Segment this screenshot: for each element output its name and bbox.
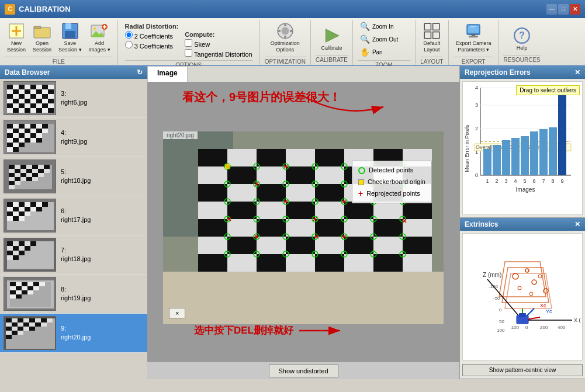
close-button-overlay[interactable]: × <box>169 308 185 318</box>
svg-rect-110 <box>30 138 36 143</box>
svg-rect-221 <box>41 322 47 327</box>
checkbox-tangential[interactable]: Tangential Distortion <box>185 49 252 58</box>
extrinsics-chart: Z (mm) X (m Xc Y <box>462 233 583 360</box>
optimization-icon <box>276 22 295 40</box>
svg-rect-52 <box>7 94 13 99</box>
open-session-button[interactable]: OpenSession <box>30 20 54 54</box>
svg-rect-290 <box>403 254 432 272</box>
new-session-button[interactable]: NewSession <box>5 20 28 54</box>
svg-rect-119 <box>9 165 15 169</box>
svg-rect-129 <box>26 169 32 173</box>
zoom-out-button[interactable]: 🔍 Zoom Out <box>358 33 410 45</box>
show-pattern-button[interactable]: Show pattern-centric view <box>462 364 583 376</box>
pan-button[interactable]: ✋ Pan <box>358 46 410 58</box>
svg-rect-188 <box>10 282 16 286</box>
reprojection-title: Reprojection Errors <box>465 68 531 77</box>
sidebar-item-3[interactable]: 3:right6.jpg <box>0 79 147 118</box>
svg-rect-101 <box>13 133 19 138</box>
svg-rect-17 <box>284 36 286 39</box>
svg-rect-150 <box>13 202 19 207</box>
export-params-button[interactable]: Export CameraParameters ▾ <box>454 20 494 54</box>
svg-rect-247 <box>315 166 344 184</box>
sidebar-scroll[interactable]: 3:right6.jpg <box>0 79 147 379</box>
arrow-1 <box>296 89 389 124</box>
reprojection-close-icon[interactable]: ✕ <box>574 68 580 77</box>
export-icon <box>464 22 483 40</box>
svg-rect-156 <box>7 207 13 211</box>
svg-rect-212 <box>35 318 41 322</box>
sidebar: Data Browser ↻ <box>0 66 147 379</box>
svg-rect-91 <box>36 124 42 129</box>
zoom-in-button[interactable]: 🔍 Zoom In <box>358 20 410 32</box>
svg-rect-3 <box>34 27 50 38</box>
svg-rect-163 <box>13 211 19 216</box>
default-layout-button[interactable]: DefaultLayout <box>420 20 444 54</box>
svg-rect-275 <box>198 237 227 254</box>
svg-rect-289 <box>373 254 403 272</box>
svg-rect-143 <box>32 177 38 181</box>
sidebar-item-5[interactable]: 5:right10.jpg <box>0 157 147 196</box>
svg-rect-262 <box>286 202 315 219</box>
maximize-button[interactable]: □ <box>558 4 569 15</box>
svg-rect-135 <box>20 173 26 177</box>
svg-rect-155 <box>42 202 48 207</box>
svg-rect-49 <box>36 89 42 94</box>
save-session-button[interactable]: SaveSession ▾ <box>56 20 84 54</box>
svg-rect-151 <box>19 202 25 207</box>
svg-rect-274 <box>403 219 432 237</box>
sidebar-item-9[interactable]: 9:right20.jpg <box>0 314 147 353</box>
pan-label: Pan <box>372 49 383 55</box>
show-undistorted-button[interactable]: Show undistorted <box>269 365 338 377</box>
optimization-options-button[interactable]: OptimizationOptions <box>268 20 302 54</box>
svg-rect-210 <box>23 318 29 322</box>
window-controls[interactable]: — □ ✕ <box>546 4 580 15</box>
calibrate-icon <box>322 26 341 45</box>
title-bar: C CALIBRATION — □ ✕ <box>0 0 585 18</box>
svg-rect-71 <box>25 103 30 108</box>
sidebar-item-8[interactable]: 8:right19.jpg <box>0 275 147 314</box>
svg-rect-378 <box>521 136 529 175</box>
checkbox-skew[interactable]: Skew <box>185 39 252 48</box>
extrinsics-close-icon[interactable]: ✕ <box>574 220 580 228</box>
svg-rect-281 <box>373 237 403 254</box>
svg-rect-104 <box>30 133 36 138</box>
svg-rect-93 <box>7 129 13 133</box>
svg-rect-211 <box>29 318 35 322</box>
svg-rect-197 <box>27 286 33 290</box>
calibrate-button[interactable]: Calibrate <box>319 25 344 53</box>
sidebar-item-4[interactable]: 4:right9.jpg <box>0 118 147 157</box>
reprojection-chart: Drag to select outliers Mean Error in Pi… <box>462 81 583 215</box>
reprojection-header: Reprojection Errors ✕ <box>460 66 585 79</box>
add-images-label: AddImages ▾ <box>89 40 110 53</box>
minimize-button[interactable]: — <box>546 4 557 15</box>
layout-group-label: LAYOUT <box>420 57 444 67</box>
svg-rect-37 <box>13 85 19 89</box>
sidebar-label-5: 5:right10.jpg <box>61 168 91 186</box>
radio-3-coefficients[interactable]: 3 Coefficients <box>125 41 174 50</box>
svg-rect-154 <box>36 202 42 207</box>
svg-rect-120 <box>15 165 20 169</box>
tab-image[interactable]: Image <box>147 66 188 82</box>
svg-rect-168 <box>19 216 25 221</box>
thumb-9 <box>4 316 56 350</box>
sidebar-item-7[interactable]: 7:right18.jpg <box>0 235 147 275</box>
svg-rect-177 <box>13 246 19 251</box>
svg-rect-67 <box>48 99 54 103</box>
svg-rect-90 <box>30 124 36 129</box>
svg-rect-223 <box>12 327 18 331</box>
svg-rect-218 <box>23 322 29 327</box>
add-images-button[interactable]: AddImages ▾ <box>86 20 113 54</box>
svg-rect-19 <box>290 30 293 32</box>
radio-2-coefficients[interactable]: 2 Coefficients <box>125 31 174 40</box>
svg-rect-375 <box>493 145 501 175</box>
svg-rect-198 <box>33 286 39 290</box>
sidebar-refresh-icon[interactable]: ↻ <box>137 68 143 77</box>
svg-marker-20 <box>326 29 339 42</box>
sidebar-item-6[interactable]: 6:right17.jpg <box>0 196 147 235</box>
svg-text:2: 2 <box>475 126 478 131</box>
close-button[interactable]: ✕ <box>570 4 580 15</box>
svg-rect-152 <box>25 202 30 207</box>
svg-rect-47 <box>25 89 30 94</box>
svg-rect-63 <box>25 99 30 103</box>
help-button[interactable]: ? Help <box>510 25 534 53</box>
